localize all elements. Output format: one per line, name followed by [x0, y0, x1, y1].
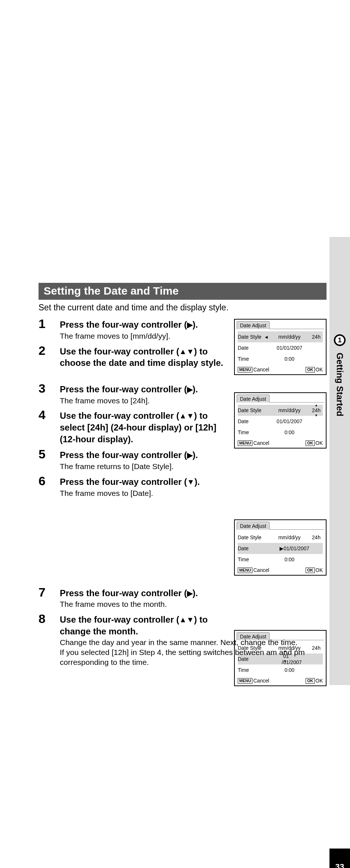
- side-margin-gray: [329, 237, 350, 685]
- manual-page: 1 Getting Started 33 Setting the Date an…: [0, 0, 350, 868]
- step-3: 3 Press the four-way controller (▶). The…: [39, 383, 327, 406]
- down-triangle-icon: ▼: [187, 411, 194, 421]
- step-title: Use the four-way controller (▲▼) to choo…: [60, 346, 227, 369]
- section-heading: Setting the Date and Time: [39, 283, 327, 300]
- section-intro: Set the current date and time and the di…: [39, 303, 327, 313]
- right-triangle-icon: ▶: [187, 588, 193, 598]
- menu-button-icon: MENU: [238, 678, 252, 684]
- up-triangle-icon: ▲: [179, 411, 186, 421]
- step-number: 8: [39, 612, 45, 626]
- down-triangle-icon: ▼: [187, 477, 194, 487]
- step-title: Press the four-way controller (▶).: [60, 319, 227, 331]
- steps-list: 1 Press the four-way controller (▶). The…: [39, 319, 327, 670]
- cancel-hint: MENUCancel: [238, 678, 269, 684]
- up-triangle-icon: ▲: [179, 615, 186, 625]
- ok-button-icon: OK: [306, 678, 315, 684]
- step-2: 2 Use the four-way controller (▲▼) to ch…: [39, 346, 327, 369]
- ok-hint: OKOK: [306, 678, 323, 684]
- step-number: 4: [39, 408, 45, 422]
- step-7: 7 Press the four-way controller (▶). The…: [39, 587, 327, 610]
- ok-label: OK: [316, 678, 323, 684]
- step-number: 2: [39, 343, 45, 358]
- lcd-footer: MENUCancel OKOK: [235, 676, 326, 685]
- chapter-title-vertical: Getting Started: [335, 353, 345, 416]
- step-subtext: Change the day and year in the same mann…: [60, 638, 327, 667]
- page-number: 33: [335, 862, 344, 868]
- step-title: Press the four-way controller (▶).: [60, 587, 227, 599]
- step-subtext: The frame moves to the month.: [60, 599, 227, 609]
- up-triangle-icon: ▲: [179, 347, 186, 357]
- step-title: Press the four-way controller (▼).: [60, 476, 227, 488]
- step-5: 5 Press the four-way controller (▶). The…: [39, 449, 327, 472]
- step-number: 7: [39, 585, 45, 599]
- step-subtext: The frame moves to [24h].: [60, 396, 227, 406]
- step-4: 4 Use the four-way controller (▲▼) to se…: [39, 410, 327, 445]
- right-triangle-icon: ▶: [187, 450, 193, 460]
- content-area: Setting the Date and Time Set the curren…: [39, 283, 327, 319]
- step-6: 6 Press the four-way controller (▼). The…: [39, 476, 327, 498]
- step-1: 1 Press the four-way controller (▶). The…: [39, 319, 327, 341]
- step-number: 1: [39, 317, 45, 331]
- down-triangle-icon: ▼: [187, 347, 194, 357]
- cancel-label: Cancel: [253, 678, 269, 684]
- chapter-number: 1: [338, 336, 342, 344]
- chapter-number-circle: 1: [334, 334, 346, 346]
- step-title: Press the four-way controller (▶).: [60, 449, 227, 461]
- right-triangle-icon: ▶: [187, 320, 193, 330]
- step-title: Use the four-way controller (▲▼) to chan…: [60, 614, 227, 637]
- step-number: 3: [39, 381, 45, 396]
- step-title: Use the four-way controller (▲▼) to sele…: [60, 410, 227, 445]
- down-triangle-icon: ▼: [187, 615, 194, 625]
- right-triangle-icon: ▶: [187, 385, 193, 395]
- page-number-block: 33: [329, 849, 350, 868]
- step-number: 6: [39, 474, 45, 488]
- step-title: Press the four-way controller (▶).: [60, 383, 227, 395]
- step-8: 8 Use the four-way controller (▲▼) to ch…: [39, 614, 327, 667]
- step-number: 5: [39, 447, 45, 461]
- step-subtext: The frame returns to [Date Style].: [60, 462, 227, 472]
- step-subtext: The frame moves to [Date].: [60, 489, 227, 498]
- step-subtext: The frame moves to [mm/dd/yy].: [60, 331, 227, 341]
